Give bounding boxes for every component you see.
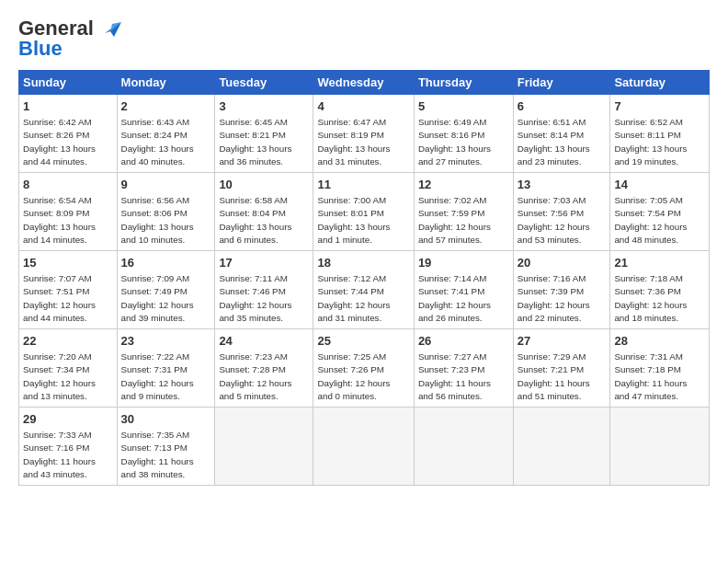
calendar-week-4: 22Sunrise: 7:20 AM Sunset: 7:34 PM Dayli… [19,329,710,408]
day-info: Sunrise: 6:56 AM Sunset: 8:06 PM Dayligh… [121,194,211,247]
day-number: 11 [317,177,409,193]
calendar-cell: 21Sunrise: 7:18 AM Sunset: 7:36 PM Dayli… [610,251,710,329]
day-number: 10 [219,177,309,193]
day-info: Sunrise: 6:51 AM Sunset: 8:14 PM Dayligh… [518,116,607,168]
day-info: Sunrise: 7:14 AM Sunset: 7:41 PM Dayligh… [418,272,509,325]
day-number: 14 [614,177,705,193]
day-number: 19 [418,255,509,271]
calendar-cell: 14Sunrise: 7:05 AM Sunset: 7:54 PM Dayli… [610,173,710,251]
calendar-cell: 4Sunrise: 6:47 AM Sunset: 8:19 PM Daylig… [313,95,414,173]
calendar-cell: 19Sunrise: 7:14 AM Sunset: 7:41 PM Dayli… [414,251,513,329]
day-number: 27 [518,333,607,350]
calendar-cell: 17Sunrise: 7:11 AM Sunset: 7:46 PM Dayli… [215,251,313,329]
day-number: 9 [121,177,211,193]
day-number: 12 [418,177,509,193]
day-info: Sunrise: 7:33 AM Sunset: 7:16 PM Dayligh… [23,429,113,481]
day-info: Sunrise: 7:16 AM Sunset: 7:39 PM Dayligh… [518,272,607,325]
day-number: 25 [317,333,409,350]
calendar-header-row: SundayMondayTuesdayWednesdayThursdayFrid… [19,71,710,95]
day-info: Sunrise: 7:09 AM Sunset: 7:49 PM Dayligh… [121,272,211,325]
day-info: Sunrise: 7:25 AM Sunset: 7:26 PM Dayligh… [317,350,409,403]
weekday-header-wednesday: Wednesday [313,71,414,95]
day-number: 17 [219,255,309,271]
day-info: Sunrise: 7:23 AM Sunset: 7:28 PM Dayligh… [219,350,309,403]
day-info: Sunrise: 6:45 AM Sunset: 8:21 PM Dayligh… [219,116,309,168]
day-info: Sunrise: 7:11 AM Sunset: 7:46 PM Dayligh… [219,272,309,325]
calendar-cell: 11Sunrise: 7:00 AM Sunset: 8:01 PM Dayli… [313,173,414,251]
calendar-cell: 5Sunrise: 6:49 AM Sunset: 8:16 PM Daylig… [414,95,513,173]
calendar-cell: 15Sunrise: 7:07 AM Sunset: 7:51 PM Dayli… [19,251,118,329]
day-info: Sunrise: 7:27 AM Sunset: 7:23 PM Dayligh… [418,350,509,403]
calendar-cell: 8Sunrise: 6:54 AM Sunset: 8:09 PM Daylig… [19,173,118,251]
day-number: 20 [518,255,607,271]
calendar-cell: 24Sunrise: 7:23 AM Sunset: 7:28 PM Dayli… [215,329,313,408]
calendar-cell: 7Sunrise: 6:52 AM Sunset: 8:11 PM Daylig… [610,95,710,173]
day-number: 6 [518,98,607,115]
day-info: Sunrise: 6:54 AM Sunset: 8:09 PM Dayligh… [23,194,113,247]
day-info: Sunrise: 7:18 AM Sunset: 7:36 PM Dayligh… [614,272,705,325]
day-number: 8 [23,177,113,193]
day-number: 1 [23,98,113,115]
day-info: Sunrise: 7:12 AM Sunset: 7:44 PM Dayligh… [317,272,409,325]
calendar-cell [610,408,710,486]
weekday-header-friday: Friday [513,71,610,95]
calendar-cell: 29Sunrise: 7:33 AM Sunset: 7:16 PM Dayli… [19,408,118,486]
calendar-week-1: 1Sunrise: 6:42 AM Sunset: 8:26 PM Daylig… [19,95,710,173]
day-number: 23 [121,333,211,350]
day-info: Sunrise: 6:47 AM Sunset: 8:19 PM Dayligh… [317,116,409,168]
day-number: 2 [121,98,211,115]
calendar-cell [414,408,513,486]
calendar-week-2: 8Sunrise: 6:54 AM Sunset: 8:09 PM Daylig… [19,173,710,251]
day-info: Sunrise: 6:43 AM Sunset: 8:24 PM Dayligh… [121,116,211,168]
day-info: Sunrise: 7:31 AM Sunset: 7:18 PM Dayligh… [614,350,705,403]
day-number: 16 [121,255,211,271]
weekday-header-tuesday: Tuesday [215,71,313,95]
calendar-cell: 1Sunrise: 6:42 AM Sunset: 8:26 PM Daylig… [19,95,118,173]
day-info: Sunrise: 7:20 AM Sunset: 7:34 PM Dayligh… [23,350,113,403]
day-number: 21 [614,255,705,271]
calendar-cell [513,408,610,486]
weekday-header-thursday: Thursday [414,71,513,95]
day-number: 22 [23,333,113,350]
logo: General Blue [18,17,121,61]
day-number: 28 [614,333,705,350]
calendar-cell: 3Sunrise: 6:45 AM Sunset: 8:21 PM Daylig… [215,95,313,173]
day-info: Sunrise: 7:00 AM Sunset: 8:01 PM Dayligh… [317,194,409,247]
day-info: Sunrise: 7:29 AM Sunset: 7:21 PM Dayligh… [518,350,607,403]
day-info: Sunrise: 6:58 AM Sunset: 8:04 PM Dayligh… [219,194,309,247]
calendar-week-5: 29Sunrise: 7:33 AM Sunset: 7:16 PM Dayli… [19,408,710,486]
calendar-cell: 22Sunrise: 7:20 AM Sunset: 7:34 PM Dayli… [19,329,118,408]
day-info: Sunrise: 7:22 AM Sunset: 7:31 PM Dayligh… [121,350,211,403]
day-info: Sunrise: 6:52 AM Sunset: 8:11 PM Dayligh… [614,116,705,168]
calendar-cell: 10Sunrise: 6:58 AM Sunset: 8:04 PM Dayli… [215,173,313,251]
header: General Blue [18,17,710,61]
calendar-cell: 6Sunrise: 6:51 AM Sunset: 8:14 PM Daylig… [513,95,610,173]
day-number: 29 [23,411,113,428]
calendar-cell: 25Sunrise: 7:25 AM Sunset: 7:26 PM Dayli… [313,329,414,408]
calendar-cell: 18Sunrise: 7:12 AM Sunset: 7:44 PM Dayli… [313,251,414,329]
day-info: Sunrise: 6:49 AM Sunset: 8:16 PM Dayligh… [418,116,509,168]
day-number: 13 [518,177,607,193]
day-number: 26 [418,333,509,350]
weekday-header-saturday: Saturday [610,71,710,95]
day-info: Sunrise: 7:05 AM Sunset: 7:54 PM Dayligh… [614,194,705,247]
weekday-header-monday: Monday [117,71,215,95]
weekday-header-sunday: Sunday [19,71,118,95]
day-number: 24 [219,333,309,350]
page: General Blue SundayMondayTuesdayWednesda… [0,0,728,495]
day-number: 18 [317,255,409,271]
calendar-cell [215,408,313,486]
calendar-cell: 28Sunrise: 7:31 AM Sunset: 7:18 PM Dayli… [610,329,710,408]
calendar-cell: 13Sunrise: 7:03 AM Sunset: 7:56 PM Dayli… [513,173,610,251]
day-info: Sunrise: 7:03 AM Sunset: 7:56 PM Dayligh… [518,194,607,247]
day-number: 15 [23,255,113,271]
day-number: 4 [317,98,409,115]
calendar-cell: 27Sunrise: 7:29 AM Sunset: 7:21 PM Dayli… [513,329,610,408]
calendar-cell: 2Sunrise: 6:43 AM Sunset: 8:24 PM Daylig… [117,95,215,173]
day-info: Sunrise: 7:07 AM Sunset: 7:51 PM Dayligh… [23,272,113,325]
calendar-cell: 26Sunrise: 7:27 AM Sunset: 7:23 PM Dayli… [414,329,513,408]
day-number: 30 [121,411,211,428]
logo-blue: Blue [18,37,63,61]
day-number: 7 [614,98,705,115]
day-info: Sunrise: 7:35 AM Sunset: 7:13 PM Dayligh… [121,429,211,481]
